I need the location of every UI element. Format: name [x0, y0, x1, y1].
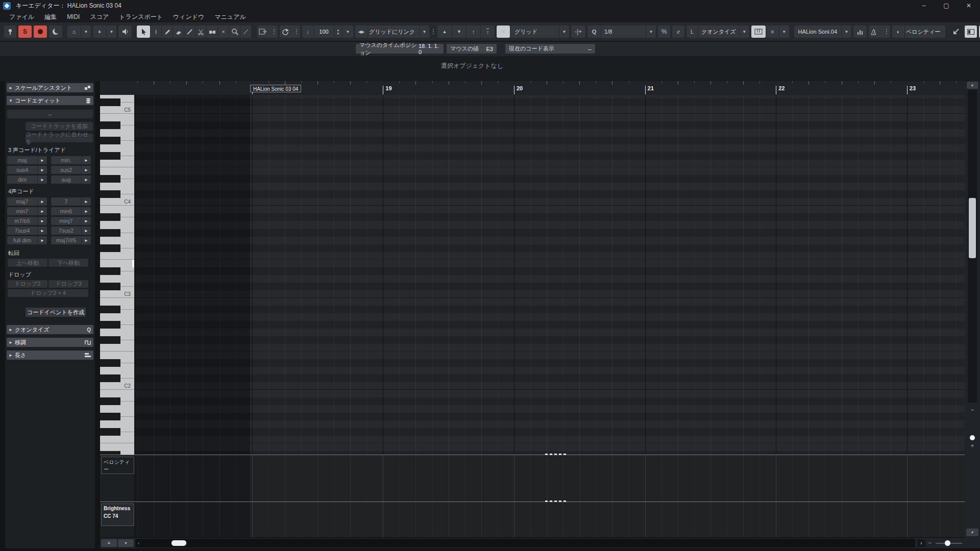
snap-adjust-button[interactable]: -|+ — [571, 26, 585, 38]
record-in-editor-button[interactable] — [34, 26, 47, 38]
metronome-options-icon[interactable] — [886, 29, 887, 34]
chord-play-icon[interactable]: ► — [37, 217, 47, 225]
black-key[interactable] — [100, 374, 120, 382]
note-grid[interactable] — [135, 95, 965, 455]
black-key[interactable] — [100, 283, 120, 290]
setup-window-caret-icon[interactable]: ▼ — [81, 26, 91, 38]
link-to-grid-select[interactable]: グリッドにリンク — [368, 26, 419, 38]
hzoom-minus-icon[interactable]: − — [928, 539, 932, 546]
black-key[interactable] — [100, 321, 120, 329]
vzoom-chevron-icon[interactable]: ⌄ — [965, 406, 980, 412]
quantize-preset-select[interactable]: 1/8 — [601, 26, 646, 38]
pin-icon[interactable] — [4, 26, 16, 38]
black-key[interactable] — [100, 267, 120, 275]
timeline-ruler[interactable]: 1920212223HALion Sonic 03 04 — [100, 81, 965, 95]
menu-item[interactable]: ウィンドウ — [168, 13, 209, 21]
velocity-lane-label[interactable]: ベロシティー — [101, 457, 134, 474]
auto-scroll-options-icon[interactable] — [274, 29, 275, 34]
snap-type-caret-icon[interactable]: ▼ — [559, 26, 569, 38]
chord-play-icon[interactable]: ► — [37, 166, 47, 174]
move-up-button[interactable]: 上へ移動 — [8, 259, 47, 267]
black-key[interactable] — [100, 137, 120, 144]
section-transpose[interactable]: ► 移調 — [7, 338, 93, 347]
setup-window-icon[interactable]: ⌂ — [67, 26, 81, 38]
menu-item[interactable]: ファイル — [4, 13, 39, 21]
menu-item[interactable]: スコア — [85, 13, 114, 21]
octave-up-icon[interactable]: ↑ — [466, 26, 480, 38]
snap-type-select[interactable]: グリッド — [510, 26, 559, 38]
black-key[interactable] — [100, 336, 120, 344]
add-chord-track-button[interactable]: コードトラックを追加 — [26, 122, 93, 131]
solo-editor-button[interactable]: S — [18, 26, 32, 38]
close-icon[interactable]: ✕ — [958, 0, 980, 11]
black-key[interactable] — [100, 306, 120, 313]
part-selector-caret-icon[interactable]: ▼ — [841, 26, 851, 38]
chord-button-7sus2[interactable]: 7sus2► — [51, 227, 91, 235]
maximize-icon[interactable]: ▢ — [935, 0, 958, 11]
split-tool[interactable] — [195, 26, 206, 38]
left-zone-toggle-icon[interactable] — [965, 26, 977, 38]
layers-caret-icon[interactable]: ▼ — [779, 26, 789, 38]
part-label[interactable]: HALion Sonic 03 04 — [250, 85, 301, 92]
chord-play-icon[interactable]: ► — [81, 236, 91, 244]
section-length[interactable]: ► 長さ — [7, 350, 93, 360]
range-tool[interactable]: I — [150, 26, 161, 38]
glue-tool[interactable] — [206, 26, 217, 38]
drop24-button[interactable]: ドロップ2 + 4 — [8, 289, 88, 297]
black-key[interactable] — [100, 190, 120, 198]
black-key[interactable] — [100, 359, 120, 367]
length-quantize-caret-icon[interactable]: ▼ — [739, 26, 749, 38]
insert-velocity-stepper[interactable]: ▲▼ — [334, 26, 342, 38]
chord-play-icon[interactable]: ► — [81, 166, 91, 174]
black-key[interactable] — [100, 413, 120, 420]
match-chord-track-button[interactable]: コードトラックに合わせる — [26, 134, 93, 142]
octave-up-limit-icon[interactable]: ↑ — [480, 26, 495, 38]
minimize-icon[interactable]: – — [913, 0, 935, 11]
chord-play-icon[interactable]: ► — [37, 236, 47, 244]
black-key[interactable] — [100, 229, 120, 237]
vzoom-plus-icon[interactable]: + — [965, 442, 980, 449]
erase-tool[interactable] — [173, 26, 184, 38]
section-chord-edit[interactable]: ▼ コードエディット — [7, 96, 93, 105]
chord-play-icon[interactable]: ► — [37, 156, 47, 164]
chord-play-icon[interactable]: ► — [37, 176, 47, 184]
part-selector-select[interactable]: HALion Soni.04 — [794, 26, 841, 38]
insert-velocity-caret-icon[interactable]: ▼ — [342, 26, 353, 38]
section-quantize[interactable]: ► クオンタイズ Q — [7, 325, 93, 334]
chord-play-icon[interactable]: ► — [37, 197, 47, 206]
chord-play-icon[interactable]: ► — [81, 217, 91, 225]
chord-button-m7b5[interactable]: m7/b5► — [7, 217, 47, 225]
chord-button-7sus4[interactable]: 7sus4► — [7, 227, 47, 235]
black-key[interactable] — [100, 244, 120, 252]
vzoom-slider-thumb[interactable] — [970, 435, 975, 440]
menu-item[interactable]: マニュアル — [209, 13, 251, 21]
quantize-caret-icon[interactable]: ▼ — [646, 26, 656, 38]
loop-options-icon[interactable] — [296, 29, 297, 34]
menu-item[interactable]: 編集 — [39, 13, 62, 21]
event-colors-select[interactable]: ベロシティー — [904, 26, 945, 38]
chord-button-min6[interactable]: min6► — [51, 207, 91, 215]
chord-button-maj75[interactable]: maj7/#5► — [51, 236, 91, 244]
black-key[interactable] — [100, 175, 120, 183]
chord-button-min[interactable]: min.► — [51, 156, 91, 164]
chord-button-minj7[interactable]: minj7► — [51, 217, 91, 225]
scroll-right-icon[interactable]: › — [917, 539, 925, 547]
chord-button-aug[interactable]: aug► — [51, 176, 91, 184]
cc74-lane-label[interactable]: Brightness CC 74 — [101, 504, 134, 526]
chord-play-icon[interactable]: ► — [81, 156, 91, 164]
mute-tool[interactable]: × — [217, 26, 229, 38]
velocity-chart-icon[interactable] — [853, 26, 867, 38]
black-key[interactable] — [100, 98, 120, 106]
lane-menu-caret-icon[interactable]: ▼ — [118, 539, 134, 547]
length-quantize-select[interactable]: クオンタイズ — [698, 26, 739, 38]
link-to-grid-caret-icon[interactable]: ▼ — [419, 26, 429, 38]
horizontal-scrollbar[interactable]: ‹ — [135, 539, 915, 547]
chord-button-maj7[interactable]: maj7► — [7, 197, 47, 206]
chord-play-icon[interactable]: ► — [81, 197, 91, 206]
trim-tool[interactable] — [184, 26, 195, 38]
velocity-lane[interactable] — [135, 455, 965, 502]
layers-icon[interactable]: ≡ — [766, 26, 779, 38]
black-key[interactable] — [100, 451, 120, 455]
scroll-left-icon[interactable]: ‹ — [138, 540, 139, 546]
snap-on-off-icon[interactable]: ✕ — [497, 26, 510, 38]
